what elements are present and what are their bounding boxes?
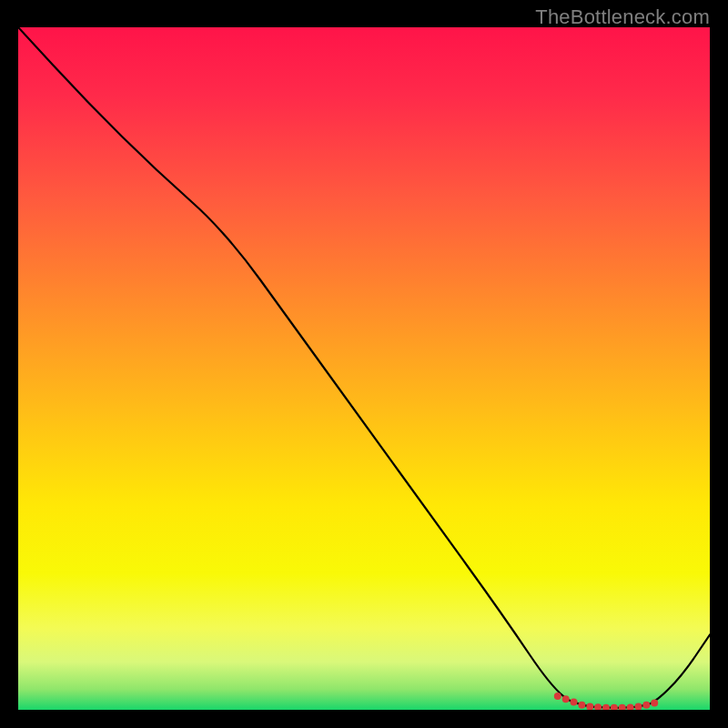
gradient-plot-background [18,27,710,710]
watermark-text: TheBottleneck.com [535,5,710,29]
chart-container: TheBottleneck.com [0,0,728,728]
